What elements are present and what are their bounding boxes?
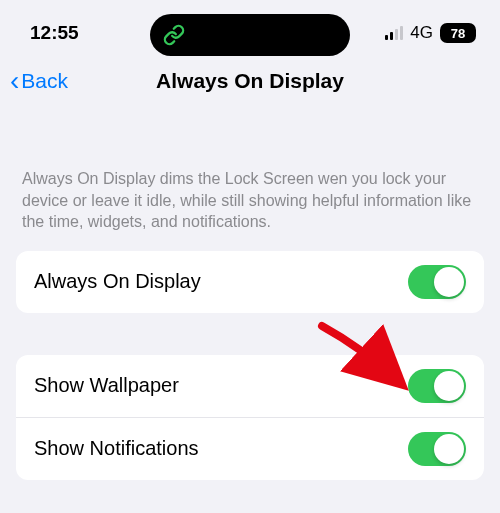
- signal-bars-icon: [385, 26, 404, 40]
- network-label: 4G: [410, 23, 433, 43]
- description-text: Always On Display dims the Lock Screen w…: [0, 112, 500, 251]
- always-on-toggle[interactable]: [408, 265, 466, 299]
- show-notifications-toggle[interactable]: [408, 432, 466, 466]
- show-notifications-label: Show Notifications: [34, 437, 199, 460]
- back-label: Back: [21, 69, 68, 93]
- settings-group-options: Show Wallpaper Show Notifications: [16, 355, 484, 480]
- show-wallpaper-label: Show Wallpaper: [34, 374, 179, 397]
- show-wallpaper-toggle[interactable]: [408, 369, 466, 403]
- toggle-knob: [434, 267, 464, 297]
- dynamic-island: [150, 14, 350, 56]
- battery-level: 78: [451, 26, 465, 41]
- chevron-left-icon: ‹: [10, 67, 19, 95]
- page-title: Always On Display: [156, 69, 344, 93]
- link-icon: [162, 23, 186, 47]
- nav-bar: ‹ Back Always On Display: [0, 56, 500, 112]
- battery-icon: 78: [440, 23, 476, 43]
- status-time: 12:55: [30, 22, 79, 44]
- always-on-label: Always On Display: [34, 270, 201, 293]
- back-button[interactable]: ‹ Back: [10, 67, 68, 95]
- toggle-knob: [434, 371, 464, 401]
- toggle-knob: [434, 434, 464, 464]
- show-notifications-row[interactable]: Show Notifications: [16, 418, 484, 480]
- settings-group-main: Always On Display: [16, 251, 484, 313]
- status-bar: 12:55 4G 78: [0, 0, 500, 56]
- status-right: 4G 78: [385, 23, 476, 43]
- show-wallpaper-row[interactable]: Show Wallpaper: [16, 355, 484, 418]
- always-on-display-row[interactable]: Always On Display: [16, 251, 484, 313]
